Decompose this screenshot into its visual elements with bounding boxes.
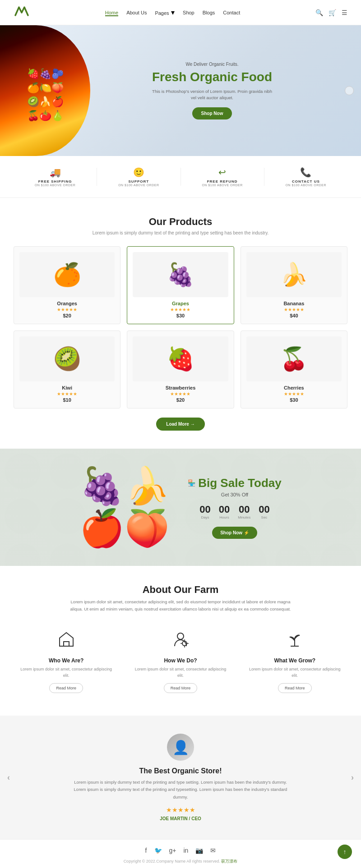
nav-contact[interactable]: Contact [223,10,240,15]
product-stars-grapes: ★★★★★ [133,307,228,312]
facebook-icon[interactable]: f [145,847,147,854]
about-read-more-grow-button[interactable]: Read More [278,683,312,693]
hero-carousel-dot[interactable] [345,86,354,95]
testimonial-text: Lorem ipsum is simply dummy text of the … [72,779,289,800]
product-card-kiwi[interactable]: 🥝 Kiwi ★★★★★ $10 [14,331,120,409]
feature-support-sub: ON $100 ABOVE ORDER [97,184,180,187]
countdown-sec: 00 Sec [259,504,269,519]
product-price-kiwi: $10 [19,397,115,403]
countdown-minutes-label: Minutes [238,515,250,519]
product-name-kiwi: Kiwi [19,385,115,390]
hero-subtitle: We Deliver Organic Fruits. [81,62,343,67]
hero-section: 🍓🍇🫐🍊🍋🍑🥝🍌🍎🍒🍅🍐 We Deliver Organic Fruits. … [0,25,361,156]
about-read-more-how-button[interactable]: Read More [164,683,198,693]
product-name-strawberries: Strawberries [133,385,228,390]
svg-rect-0 [64,642,69,646]
refund-icon: ↩ [181,167,264,178]
about-title: About Our Farm [14,584,347,596]
product-card-strawberries[interactable]: 🍓 Strawberries ★★★★★ $20 [127,331,234,409]
email-icon[interactable]: ✉ [210,847,216,854]
navbar: Home About Us Pages ▾ Shop Blogs Contact… [0,0,361,25]
nav-shop[interactable]: Shop [183,10,194,15]
nav-pages[interactable]: Pages [155,10,169,16]
logo[interactable] [14,5,30,20]
countdown-sec-label: Sec [259,515,269,519]
contact-icon: 📞 [264,167,347,178]
product-name-bananas: Bananas [246,301,342,306]
product-img-cherries: 🍒 [246,336,342,381]
countdown-days-num: 00 [199,504,210,515]
about-card-who: Who We Are? Lorem ipsum dolor sit amet, … [14,625,119,698]
footer-link[interactable]: 获万漂布 [221,859,237,863]
features-bar: 🚚 FREE SHIPPING ON $100 ABOVE ORDER 🙂 SU… [0,156,361,198]
product-stars-strawberries: ★★★★★ [133,391,228,396]
sale-content: 🏪 Big Sale Today Get 30% Off 00 Days 00 … [188,476,281,539]
about-card-how-title: How We Do? [132,657,228,664]
product-img-bananas: 🍌 [246,252,342,297]
footer: f 🐦 g+ in 📷 ✉ Copyright © 2022.Company N… [0,839,361,868]
countdown-days: 00 Days [199,504,210,519]
product-price-oranges: $20 [19,313,115,318]
products-grid: 🍊 Oranges ★★★★★ $20 🍇 Grapes ★★★★★ $30 🍌… [14,246,347,409]
load-more-button[interactable]: Load More → [156,418,204,431]
nav-links: Home About Us Pages ▾ Shop Blogs Contact [105,8,240,17]
sale-icon: 🏪 [188,479,195,487]
linkedin-icon[interactable]: in [183,847,188,854]
who-we-are-icon [18,630,114,653]
nav-blogs[interactable]: Blogs [203,10,215,15]
sale-tag: 🏪 Big Sale Today [188,476,281,490]
product-stars-bananas: ★★★★★ [246,307,342,312]
product-stars-oranges: ★★★★★ [19,307,115,312]
about-card-how-text: Lorem ipsum dolor sit amet, consectetur … [132,666,228,679]
product-card-grapes[interactable]: 🍇 Grapes ★★★★★ $30 [127,246,234,324]
hero-title: Fresh Organic Food [81,69,343,85]
testimonial-avatar: 👤 [167,734,194,761]
hero-description: This is Photoshop's version of Lorem Ips… [149,88,275,101]
countdown: 00 Days 00 Hours 00 Minutes 00 Sec [188,504,281,519]
nav-about[interactable]: About Us [126,10,147,15]
countdown-minutes-num: 00 [238,504,250,515]
product-price-cherries: $30 [246,397,342,403]
testimonial-inner: 👤 The Best Organic Store! Lorem ipsum is… [72,734,289,821]
cart-icon[interactable]: 🛒 [329,9,336,16]
support-icon: 🙂 [97,167,180,178]
menu-icon[interactable]: ☰ [342,9,347,16]
scroll-to-top-button[interactable]: ↑ [338,845,352,859]
nav-home[interactable]: Home [105,10,118,16]
testimonial-next-button[interactable]: › [351,772,354,782]
product-card-cherries[interactable]: 🍒 Cherries ★★★★★ $30 [241,331,347,409]
testimonial-section: ‹ 👤 The Best Organic Store! Lorem ipsum … [0,716,361,839]
product-price-grapes: $30 [133,313,228,318]
product-price-bananas: $40 [246,313,342,318]
feature-support: 🙂 SUPPORT ON $100 ABOVE ORDER [97,167,180,187]
product-img-oranges: 🍊 [19,252,115,297]
testimonial-prev-button[interactable]: ‹ [7,772,10,782]
sale-subtitle: Get 30% Off [188,492,281,497]
sale-title: Big Sale Today [198,476,281,490]
product-card-bananas[interactable]: 🍌 Bananas ★★★★★ $40 [241,246,347,324]
countdown-hours: 00 Hours [219,504,230,519]
about-card-who-text: Lorem ipsum dolor sit amet, consectetur … [18,666,114,679]
hero-shop-now-button[interactable]: Shop Now [192,107,232,119]
feature-shipping-sub: ON $100 ABOVE ORDER [14,184,97,187]
products-subtitle: Lorem ipsum is simply dummy text of the … [14,230,347,235]
instagram-icon[interactable]: 📷 [195,847,203,854]
testimonial-title: The Best Organic Store! [72,767,289,775]
feature-contact: 📞 CONTACT US ON $100 ABOVE ORDER [264,167,347,187]
search-icon[interactable]: 🔍 [315,9,323,16]
svg-point-1 [177,633,184,639]
countdown-hours-num: 00 [219,504,230,515]
product-name-grapes: Grapes [133,301,228,306]
about-description: Lorem ipsum dolor sit amet, consectetur … [68,598,293,613]
sale-banner: 🍇🍌🍎🍑 🏪 Big Sale Today Get 30% Off 00 Day… [0,449,361,566]
twitter-icon[interactable]: 🐦 [154,847,162,854]
product-name-oranges: Oranges [19,301,115,306]
about-read-more-who-button[interactable]: Read More [49,683,83,693]
product-price-strawberries: $20 [133,397,228,403]
sale-shop-now-button[interactable]: Shop Now ⚡ [212,527,257,539]
google-plus-icon[interactable]: g+ [169,847,176,854]
testimonial-stars: ★★★★★ [72,806,289,813]
product-card-oranges[interactable]: 🍊 Oranges ★★★★★ $20 [14,246,120,324]
feature-contact-sub: ON $100 ABOVE ORDER [264,184,347,187]
product-img-kiwi: 🥝 [19,336,115,381]
